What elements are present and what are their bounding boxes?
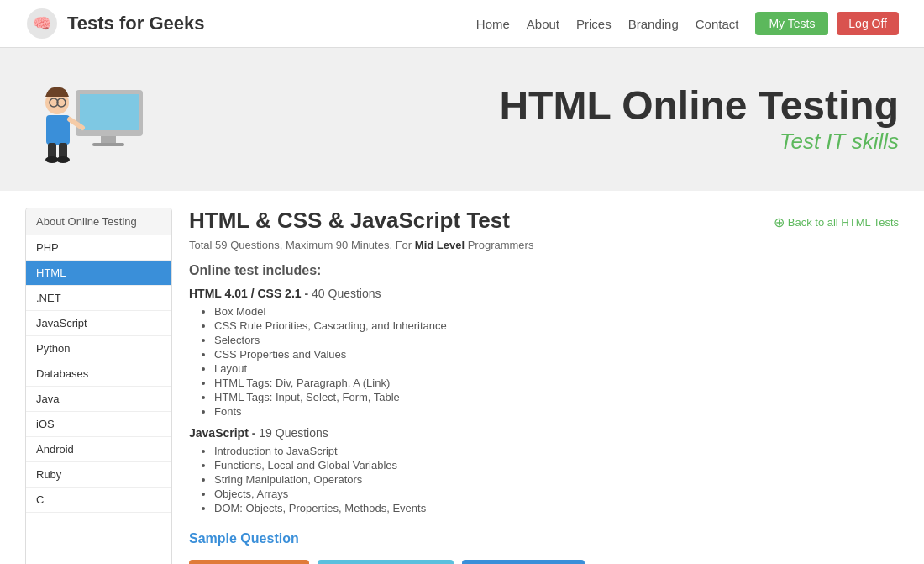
hero-title-block: HTML Online Testing Test IT skills	[185, 84, 899, 155]
nav-about[interactable]: About	[527, 17, 559, 31]
sidebar-item-net[interactable]: .NET	[26, 286, 171, 311]
sidebar-link-net[interactable]: .NET	[26, 286, 171, 311]
sidebar-link-android[interactable]: Android	[26, 437, 171, 462]
hero-section: HTML Online Testing Test IT skills	[0, 48, 924, 191]
main-nav: 🧠 Tests for Geeks Home About Prices Bran…	[0, 0, 924, 48]
sidebar-item-c[interactable]: C	[26, 488, 171, 513]
topic-1-divider: -	[304, 287, 312, 300]
hero-subtitle: Test IT skills	[185, 129, 899, 155]
log-off-button[interactable]: Log Off	[837, 12, 899, 35]
pass-test-myself-button[interactable]: Pass Test by Myself	[462, 560, 585, 564]
list-item: HTML Tags: Div, Paragraph, A (Link)	[214, 377, 899, 389]
includes-heading: Online test includes:	[189, 263, 899, 278]
topic-2-count: 19 Questions	[259, 426, 328, 440]
my-tests-button[interactable]: My Tests	[755, 12, 828, 35]
topic-1-list: Box Model CSS Rule Priorities, Cascading…	[189, 305, 899, 418]
logo-icon: 🧠	[25, 7, 59, 40]
sidebar-item-databases[interactable]: Databases	[26, 361, 171, 387]
test-content: HTML & CSS & JavaScript Test ⊕ Back to a…	[189, 208, 899, 564]
test-meta: Total 59 Questions, Maximum 90 Minutes, …	[189, 239, 899, 251]
share-permanent-link-button[interactable]: Share Permanent Link	[318, 560, 453, 564]
list-item: CSS Properties and Values	[214, 348, 899, 361]
test-meta-text: Total 59 Questions, Maximum 90 Minutes, …	[189, 239, 412, 251]
sidebar-item-android[interactable]: Android	[26, 437, 171, 462]
svg-rect-10	[46, 115, 70, 145]
geek-illustration	[25, 65, 160, 174]
back-link[interactable]: ⊕ Back to all HTML Tests	[774, 214, 899, 230]
sidebar-item-html[interactable]: HTML	[26, 261, 171, 286]
list-item: String Manipulation, Operators	[214, 473, 899, 486]
sidebar-link-ios[interactable]: iOS	[26, 412, 171, 437]
sidebar-list: PHP HTML .NET JavaScript Python Database…	[26, 235, 171, 513]
back-link-text: Back to all HTML Tests	[788, 216, 899, 229]
sample-question-link[interactable]: Sample Question	[189, 531, 299, 546]
sidebar-link-databases[interactable]: Databases	[26, 361, 171, 387]
nav-contact[interactable]: Contact	[696, 17, 739, 31]
sidebar-item-ios[interactable]: iOS	[26, 412, 171, 437]
list-item: Box Model	[214, 305, 899, 318]
list-item: Functions, Local and Global Variables	[214, 459, 899, 472]
hero-image	[25, 65, 160, 174]
sidebar-link-python[interactable]: Python	[26, 336, 171, 361]
sidebar-title: About Online Testing	[26, 208, 171, 235]
nav-home[interactable]: Home	[476, 17, 510, 31]
list-item: DOM: Objects, Properties, Methods, Event…	[214, 502, 899, 514]
logo-text: Tests for Geeks	[67, 13, 204, 34]
sidebar-item-javascript[interactable]: JavaScript	[26, 311, 171, 336]
topic-1-heading: HTML 4.01 / CSS 2.1 - 40 Questions	[189, 287, 899, 300]
svg-text:🧠: 🧠	[33, 14, 52, 33]
topic-2-list: Introduction to JavaScript Functions, Lo…	[189, 445, 899, 514]
sidebar-link-c[interactable]: C	[26, 488, 171, 513]
sidebar-link-ruby[interactable]: Ruby	[26, 462, 171, 488]
topic-2-divider: -	[252, 426, 260, 440]
svg-rect-3	[80, 94, 139, 130]
svg-rect-4	[101, 136, 116, 143]
list-item: CSS Rule Priorities, Cascading, and Inhe…	[214, 319, 899, 332]
sidebar-link-java[interactable]: Java	[26, 387, 171, 412]
topic-1-name: HTML 4.01 / CSS 2.1	[189, 287, 302, 300]
logo-link[interactable]: 🧠 Tests for Geeks	[25, 7, 204, 40]
list-item: Introduction to JavaScript	[214, 445, 899, 457]
sidebar-item-python[interactable]: Python	[26, 336, 171, 361]
test-title: HTML & CSS & JavaScript Test	[189, 208, 510, 234]
topic-2-heading: JavaScript - 19 Questions	[189, 426, 899, 440]
sidebar-item-java[interactable]: Java	[26, 387, 171, 412]
action-buttons: Test Job Candidate Share Permanent Link …	[189, 560, 899, 564]
sidebar: About Online Testing PHP HTML .NET JavaS…	[25, 208, 172, 564]
nav-prices[interactable]: Prices	[576, 17, 612, 31]
hero-main-title: HTML Online Testing	[185, 84, 899, 129]
sidebar-link-javascript[interactable]: JavaScript	[26, 311, 171, 336]
sidebar-link-html[interactable]: HTML	[26, 261, 171, 286]
svg-rect-5	[92, 143, 124, 146]
test-level-suffix: Programmers	[468, 239, 534, 251]
list-item: Objects, Arrays	[214, 488, 899, 500]
test-job-candidate-button[interactable]: Test Job Candidate	[189, 560, 309, 564]
svg-point-15	[56, 156, 70, 163]
sidebar-item-ruby[interactable]: Ruby	[26, 462, 171, 488]
topic-2-name: JavaScript	[189, 426, 249, 440]
sidebar-link-php[interactable]: PHP	[26, 235, 171, 261]
list-item: Fonts	[214, 405, 899, 418]
sidebar-item-php[interactable]: PHP	[26, 235, 171, 261]
main-content: About Online Testing PHP HTML .NET JavaS…	[0, 191, 924, 564]
topic-1-count: 40 Questions	[312, 287, 381, 300]
nav-branding[interactable]: Branding	[628, 17, 679, 31]
nav-links: Home About Prices Branding Contact My Te…	[476, 12, 899, 35]
list-item: Layout	[214, 362, 899, 375]
back-circle-icon: ⊕	[774, 214, 785, 230]
test-header: HTML & CSS & JavaScript Test ⊕ Back to a…	[189, 208, 899, 234]
list-item: Selectors	[214, 334, 899, 346]
test-level: Mid Level	[415, 239, 465, 251]
list-item: HTML Tags: Input, Select, Form, Table	[214, 391, 899, 403]
